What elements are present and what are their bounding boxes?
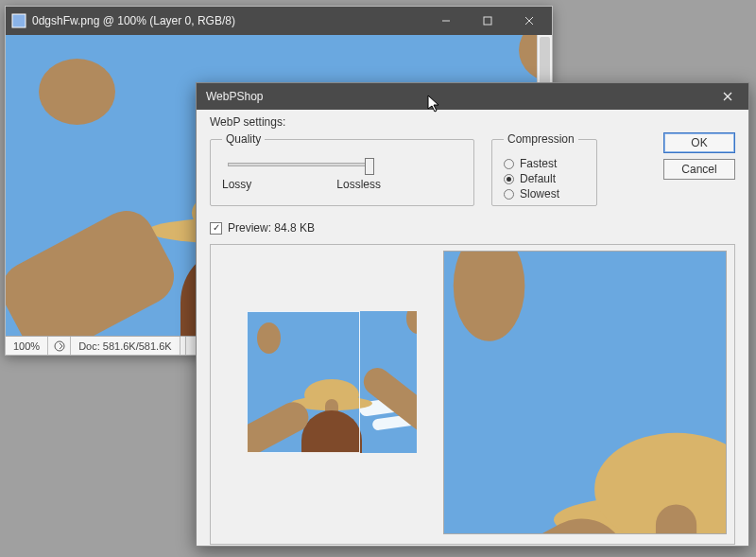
maximize-button[interactable] [467,7,508,35]
close-button[interactable] [508,7,550,35]
minimize-button[interactable] [425,7,467,35]
radio-icon [504,159,514,169]
preview-area [210,244,735,545]
compression-option-slowest[interactable]: Slowest [504,187,585,200]
compression-legend: Compression [504,132,578,146]
radio-icon [504,189,514,200]
dialog-close-button[interactable] [707,83,748,110]
app-icon [11,13,26,28]
radio-label: Default [520,172,556,185]
ok-button[interactable]: OK [663,132,735,153]
cancel-button[interactable]: Cancel [663,159,735,180]
status-divider [180,337,186,355]
dialog-title: WebPShop [206,90,707,103]
settings-label: WebP settings: [210,115,735,129]
quality-group: Quality Lossy Lossless [210,132,474,206]
radio-label: Slowest [520,187,559,200]
quality-slider-thumb[interactable] [365,158,374,175]
dialog-titlebar[interactable]: WebPShop [197,83,748,110]
compression-option-fastest[interactable]: Fastest [504,157,585,170]
preview-thumbnail[interactable] [247,311,417,453]
preview-zoom[interactable] [443,251,727,534]
compression-group: Compression Fastest Default Slowest [491,132,597,206]
svg-rect-2 [484,17,491,25]
quality-slider[interactable] [228,163,369,166]
radio-label: Fastest [520,157,557,170]
preview-toggle-row[interactable]: Preview: 84.8 KB [210,221,735,235]
quality-legend: Quality [222,132,265,146]
preview-label: Preview: 84.8 KB [228,221,315,235]
zoom-level[interactable]: 100% [6,337,48,355]
lossless-label: Lossless [336,178,381,191]
lossy-label: Lossy [222,178,251,191]
svg-rect-0 [12,14,26,27]
document-size: Doc: 581.6K/581.6K [71,337,180,355]
compression-option-default[interactable]: Default [504,172,585,185]
document-titlebar[interactable]: 0dgshFw.png @ 100% (Layer 0, RGB/8) [6,7,552,35]
preview-checkbox[interactable] [210,222,222,235]
document-title: 0dgshFw.png @ 100% (Layer 0, RGB/8) [32,14,425,27]
webpshop-dialog: WebPShop WebP settings: Quality Lossy Lo… [196,82,749,547]
status-menu-icon[interactable] [48,337,71,355]
radio-icon [504,174,514,184]
